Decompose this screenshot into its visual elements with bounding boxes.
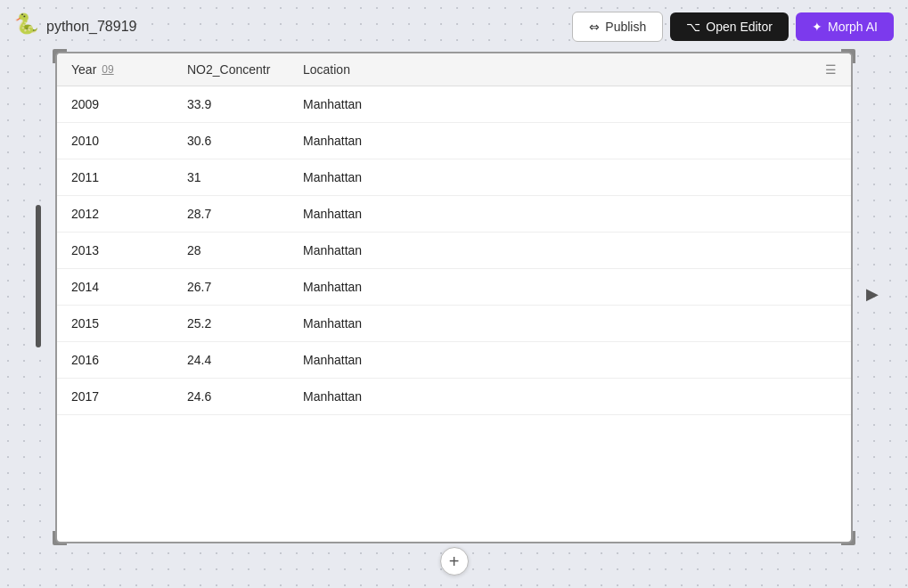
- table-container: Year 09 NO2_Concentr Location ☰ 200933.9…: [55, 52, 853, 543]
- cell-no2: 28: [173, 233, 289, 269]
- cell-year: 2009: [57, 86, 173, 123]
- cell-year: 2012: [57, 196, 173, 233]
- cell-location: Manhattan: [289, 123, 851, 159]
- table-row: 200933.9Manhattan: [57, 86, 851, 123]
- table-row: 201228.7Manhattan: [57, 196, 851, 233]
- file-name: python_78919: [46, 19, 136, 35]
- cell-no2: 33.9: [173, 86, 289, 123]
- cell-no2: 31: [173, 159, 289, 196]
- file-title: 🐍 python_78919: [14, 14, 136, 39]
- table-row: 201328Manhattan: [57, 233, 851, 269]
- table-row: 201030.6Manhattan: [57, 123, 851, 159]
- cell-year: 2011: [57, 159, 173, 196]
- publish-button[interactable]: ⇔ Publish: [572, 12, 663, 42]
- column-no2[interactable]: NO2_Concentr: [173, 53, 289, 86]
- cell-no2: 24.6: [173, 379, 289, 415]
- column-menu-icon[interactable]: ☰: [825, 62, 837, 77]
- add-block-button[interactable]: +: [440, 547, 469, 576]
- cell-no2: 25.2: [173, 306, 289, 342]
- table-row: 201525.2Manhattan: [57, 306, 851, 342]
- year-col-label: Year: [71, 62, 96, 77]
- publish-label: Publish: [605, 20, 646, 34]
- cell-year: 2016: [57, 342, 173, 379]
- editor-icon: ⌥: [686, 20, 700, 34]
- cell-location: Manhattan: [289, 269, 851, 306]
- table-row: 201724.6Manhattan: [57, 379, 851, 415]
- header-buttons: ⇔ Publish ⌥ Open Editor ✦ Morph AI: [572, 12, 894, 42]
- open-editor-button[interactable]: ⌥ Open Editor: [670, 12, 789, 41]
- cell-year: 2015: [57, 306, 173, 342]
- cell-location: Manhattan: [289, 306, 851, 342]
- sort-icon[interactable]: 09: [102, 63, 113, 76]
- table-row: 201624.4Manhattan: [57, 342, 851, 379]
- location-col-label: Location: [303, 62, 350, 77]
- cell-location: Manhattan: [289, 159, 851, 196]
- data-table: Year 09 NO2_Concentr Location ☰ 200933.9…: [57, 53, 851, 415]
- cell-location: Manhattan: [289, 342, 851, 379]
- table-body: 200933.9Manhattan201030.6Manhattan201131…: [57, 86, 851, 415]
- cell-year: 2010: [57, 123, 173, 159]
- column-year[interactable]: Year 09: [57, 53, 173, 86]
- cell-no2: 24.4: [173, 342, 289, 379]
- table-row: 201426.7Manhattan: [57, 269, 851, 306]
- table-header-row: Year 09 NO2_Concentr Location ☰: [57, 53, 851, 86]
- cell-no2: 28.7: [173, 196, 289, 233]
- sidebar-handle[interactable]: [36, 205, 41, 347]
- open-editor-label: Open Editor: [706, 20, 773, 34]
- cell-year: 2014: [57, 269, 173, 306]
- no2-col-label: NO2_Concentr: [187, 62, 270, 77]
- cell-year: 2013: [57, 233, 173, 269]
- play-button[interactable]: ▶: [858, 280, 887, 308]
- morph-ai-button[interactable]: ✦ Morph AI: [796, 12, 894, 41]
- cell-location: Manhattan: [289, 233, 851, 269]
- morph-icon: ✦: [812, 20, 822, 34]
- header: 🐍 python_78919 ⇔ Publish ⌥ Open Editor ✦…: [0, 0, 908, 53]
- cell-no2: 30.6: [173, 123, 289, 159]
- cell-location: Manhattan: [289, 196, 851, 233]
- cell-location: Manhattan: [289, 379, 851, 415]
- morph-ai-label: Morph AI: [828, 20, 878, 34]
- cell-year: 2017: [57, 379, 173, 415]
- publish-icon: ⇔: [589, 20, 600, 34]
- column-location[interactable]: Location ☰: [289, 53, 851, 86]
- table-row: 201131Manhattan: [57, 159, 851, 196]
- play-icon: ▶: [866, 284, 879, 304]
- cell-location: Manhattan: [289, 86, 851, 123]
- add-icon: +: [449, 551, 460, 572]
- python-icon: 🐍: [14, 14, 39, 39]
- cell-no2: 26.7: [173, 269, 289, 306]
